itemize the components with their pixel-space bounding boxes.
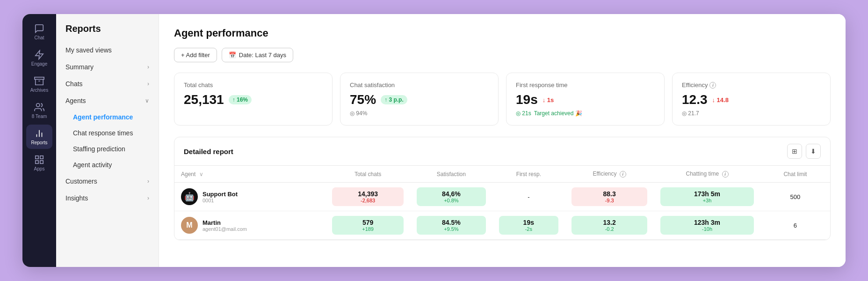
nav-archives-label: Archives	[30, 88, 48, 93]
avatar: M	[181, 217, 198, 234]
kpi-satisfaction-label: Chat satisfaction	[350, 81, 489, 89]
table-row: 🤖 Support Bot 0001 14,393 -2,683	[174, 183, 830, 211]
chat-icon	[34, 23, 44, 34]
col-agent: Agent ∨	[174, 166, 326, 183]
sidebar-item-team[interactable]: 8 Team	[26, 98, 52, 123]
reports-icon	[34, 128, 44, 139]
kpi-total-chats-value: 25,131	[184, 92, 224, 107]
svg-marker-0	[36, 51, 43, 59]
nav-engage-label: Engage	[31, 61, 47, 67]
chatting-time-col-info-icon: i	[722, 171, 729, 177]
svg-rect-10	[40, 161, 43, 163]
chevron-right-icon: ›	[147, 178, 149, 185]
calendar-icon: 📅	[229, 52, 236, 59]
sidebar-title: Reports	[56, 23, 159, 42]
kpi-efficiency: Efficiency i 12.3 ↓ 14.8 ◎ 21.7	[672, 73, 831, 126]
sidebar-sub-chat-response-times[interactable]: Chat response times	[56, 125, 159, 141]
kpi-efficiency-value: 12.3	[682, 92, 708, 107]
col-chat-limit: Chat limit	[760, 166, 830, 183]
kpi-satisfaction-sub: ◎ 94%	[350, 110, 489, 117]
kpi-efficiency-badge: ↓ 14.8	[712, 96, 729, 104]
columns-toggle-button[interactable]: ⊞	[787, 144, 802, 159]
kpi-satisfaction-value: 75%	[350, 92, 376, 107]
report-actions: ⊞ ⬇	[787, 144, 821, 159]
sidebar-item-insights[interactable]: Insights ›	[56, 190, 159, 207]
nav-team-label: 8 Team	[32, 114, 47, 119]
sidebar-item-summary[interactable]: Summary ›	[56, 59, 159, 75]
kpi-efficiency-label: Efficiency i	[682, 81, 821, 89]
kpi-first-response-value: 19s	[516, 92, 538, 107]
agent-cell-bot: 🤖 Support Bot 0001	[174, 183, 326, 211]
report-table: Agent ∨ Total chats Satisfaction First r…	[174, 166, 830, 240]
avatar: 🤖	[181, 188, 198, 205]
add-filter-button[interactable]: + Add filter	[174, 48, 217, 62]
kpi-first-response-sub: ◎ 21s Target achieved 🎉	[516, 110, 655, 117]
sidebar-item-archives[interactable]: Archives	[26, 72, 52, 96]
sidebar-item-chats[interactable]: Chats ›	[56, 75, 159, 92]
svg-rect-7	[36, 156, 38, 159]
chevron-right-icon: ›	[147, 195, 149, 201]
col-efficiency: Efficiency i	[565, 166, 654, 183]
sidebar-item-chat[interactable]: Chat	[26, 20, 52, 44]
svg-rect-9	[36, 161, 38, 163]
kpi-first-response-badge: ↓ 1s	[542, 96, 554, 104]
sidebar-sub-agent-activity[interactable]: Agent activity	[56, 157, 159, 173]
report-header: Detailed report ⊞ ⬇	[174, 137, 830, 166]
kpi-total-chats-label: Total chats	[184, 81, 323, 89]
team-icon	[34, 102, 44, 112]
app-container: Chat Engage Archives 8	[22, 14, 846, 267]
sidebar-item-engage[interactable]: Engage	[26, 46, 52, 70]
apps-icon	[34, 155, 44, 165]
sidebar-item-customers[interactable]: Customers ›	[56, 173, 159, 190]
archives-icon	[34, 76, 44, 86]
svg-point-3	[36, 104, 40, 107]
sidebar-sub-agent-performance[interactable]: Agent performance	[56, 109, 159, 125]
kpi-total-chats-badge: ↑ 16%	[229, 95, 252, 104]
icon-nav: Chat Engage Archives 8	[22, 14, 56, 267]
agent-cell-martin: M Martin agent01@mail.com	[174, 211, 326, 240]
kpi-satisfaction: Chat satisfaction 75% ↑ 3 p.p. ◎ 94%	[340, 73, 499, 126]
nav-chat-label: Chat	[34, 35, 44, 40]
svg-rect-1	[35, 77, 44, 80]
nav-apps-label: Apps	[34, 166, 45, 171]
report-section: Detailed report ⊞ ⬇ Agent ∨ Total chats	[174, 137, 831, 240]
report-title: Detailed report	[184, 148, 233, 155]
col-total-chats: Total chats	[326, 166, 410, 183]
filter-bar: + Add filter 📅 Date: Last 7 days	[174, 48, 831, 62]
table-row: M Martin agent01@mail.com 579 +189	[174, 211, 830, 240]
kpi-total-chats: Total chats 25,131 ↑ 16%	[174, 73, 333, 126]
chevron-down-icon: ∨	[145, 97, 149, 104]
date-filter-button[interactable]: 📅 Date: Last 7 days	[222, 48, 293, 62]
sidebar: Reports My saved views Summary › Chats ›…	[56, 14, 159, 267]
kpi-first-response-label: First response time	[516, 81, 655, 89]
efficiency-col-info-icon: i	[620, 171, 626, 177]
chevron-right-icon: ›	[147, 81, 149, 87]
sidebar-sub-staffing-prediction[interactable]: Staffing prediction	[56, 141, 159, 157]
chevron-right-icon: ›	[147, 64, 149, 70]
svg-rect-8	[40, 156, 43, 159]
engage-icon	[34, 50, 44, 60]
kpi-first-response: First response time 19s ↓ 1s ◎ 21s Targe…	[506, 73, 665, 126]
col-first-resp: First resp.	[492, 166, 565, 183]
sidebar-item-agents[interactable]: Agents ∨	[56, 92, 159, 109]
sidebar-item-reports[interactable]: Reports	[26, 125, 52, 149]
kpi-row: Total chats 25,131 ↑ 16% Chat satisfacti…	[174, 73, 831, 126]
sidebar-item-apps[interactable]: Apps	[26, 151, 52, 175]
info-icon: i	[709, 82, 716, 89]
sidebar-item-saved[interactable]: My saved views	[56, 42, 159, 59]
kpi-efficiency-sub: ◎ 21.7	[682, 110, 821, 117]
kpi-satisfaction-badge: ↑ 3 p.p.	[381, 95, 407, 104]
col-satisfaction: Satisfaction	[410, 166, 492, 183]
main-content: Agent performance + Add filter 📅 Date: L…	[159, 14, 846, 267]
page-title: Agent performance	[174, 27, 831, 39]
nav-reports-label: Reports	[31, 140, 47, 145]
download-button[interactable]: ⬇	[806, 144, 821, 159]
col-chatting-time: Chatting time i	[654, 166, 760, 183]
